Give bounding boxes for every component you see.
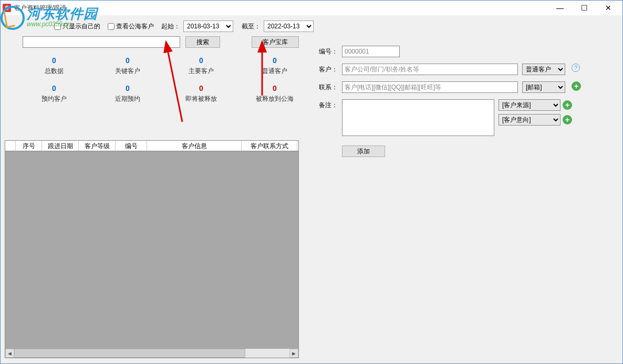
id-field (342, 46, 400, 57)
contact-type-select[interactable]: [邮箱] (522, 81, 565, 93)
remarks-field[interactable] (342, 99, 494, 136)
add-intent-icon[interactable]: + (563, 115, 572, 124)
add-button[interactable]: 添加 (342, 145, 385, 157)
stat-item[interactable]: 0普通客户 (241, 56, 309, 76)
view-public-input[interactable] (108, 23, 115, 30)
stat-number: 0 (20, 84, 88, 92)
remarks-label: 备注： (316, 99, 338, 110)
table-column-header[interactable]: 跟进日期 (42, 141, 79, 151)
horizontal-scrollbar[interactable]: ◀ ▶ (5, 349, 298, 358)
table-column-header[interactable]: 序号 (16, 141, 42, 151)
only-mine-input[interactable] (54, 23, 61, 30)
titlebar: S 客户资料管理/跟进 — ☐ ✕ (1, 1, 622, 15)
customer-table: 序号跟进日期客户等级编号客户信息客户联系方式 ◀ ▶ (5, 140, 299, 358)
start-date-label: 起始： (161, 22, 180, 31)
only-mine-checkbox[interactable]: 只显示自己的 (54, 22, 100, 31)
app-icon: S (3, 4, 11, 12)
stat-label: 普通客户 (241, 67, 309, 76)
scroll-track[interactable] (14, 349, 289, 358)
window-title: 客户资料管理/跟进 (14, 4, 548, 13)
start-date-select[interactable]: 2018-03-13 (183, 20, 233, 32)
table-column-header[interactable] (5, 141, 16, 151)
stat-number: 0 (167, 56, 235, 65)
filter-row: 只显示自己的 查看公海客户 起始： 2018-03-13 截至： 2022-03… (54, 20, 616, 32)
customer-form: 编号： 客户： 普通客户 ? 联系： [邮箱] + 备注： [客户来 (316, 46, 607, 163)
view-public-checkbox[interactable]: 查看公海客户 (108, 22, 154, 31)
close-button[interactable]: ✕ (596, 1, 620, 15)
maximize-button[interactable]: ☐ (572, 1, 596, 15)
add-contact-icon[interactable]: + (572, 81, 581, 91)
stat-label: 近期预约 (94, 95, 162, 103)
stat-label: 关键客户 (94, 67, 162, 76)
stat-item[interactable]: 0主要客户 (167, 56, 235, 76)
table-column-header[interactable]: 编号 (116, 141, 147, 151)
scroll-thumb[interactable] (14, 349, 245, 358)
stat-item[interactable]: 0关键客户 (94, 56, 162, 76)
source-select[interactable]: [客户来源] (499, 99, 560, 111)
stat-label: 预约客户 (20, 95, 88, 103)
stat-number: 0 (94, 84, 162, 92)
table-column-header[interactable]: 客户等级 (79, 141, 116, 151)
stat-label: 总数据 (20, 67, 88, 76)
search-button[interactable]: 搜索 (185, 36, 220, 48)
stats-panel: 0总数据0关键客户0主要客户0普通客户 0预约客户0近期预约0即将被释放0被释放… (17, 56, 312, 103)
treasure-button[interactable]: 客户宝库 (252, 36, 299, 48)
id-label: 编号： (316, 46, 338, 56)
stat-label: 主要客户 (167, 67, 235, 76)
stat-number: 0 (94, 56, 162, 65)
stat-item[interactable]: 0即将被释放 (167, 84, 235, 103)
stat-number: 0 (241, 84, 309, 92)
minimize-button[interactable]: — (548, 1, 572, 15)
add-source-icon[interactable]: + (563, 100, 572, 110)
app-window: S 客户资料管理/跟进 — ☐ ✕ 河东软件园 www.pc0359.cn 只显… (0, 0, 623, 364)
stat-number: 0 (241, 56, 309, 65)
intent-select[interactable]: [客户意向] (499, 114, 560, 126)
help-icon[interactable]: ? (572, 64, 580, 72)
scroll-right-icon[interactable]: ▶ (289, 349, 298, 358)
table-header: 序号跟进日期客户等级编号客户信息客户联系方式 (5, 141, 298, 151)
customer-field[interactable] (342, 64, 518, 75)
customer-label: 客户： (316, 64, 338, 74)
stat-number: 0 (167, 84, 235, 92)
content-area: 只显示自己的 查看公海客户 起始： 2018-03-13 截至： 2022-03… (1, 15, 622, 363)
table-body[interactable] (5, 151, 298, 349)
stat-number: 0 (20, 56, 88, 65)
contact-label: 联系： (316, 81, 338, 92)
stats-row-1: 0总数据0关键客户0主要客户0普通客户 (17, 56, 312, 76)
table-column-header[interactable]: 客户信息 (147, 141, 242, 151)
search-input[interactable] (23, 36, 180, 48)
stat-label: 即将被释放 (167, 95, 235, 103)
stat-label: 被释放到公海 (241, 95, 309, 103)
end-date-label: 截至： (242, 22, 261, 31)
stat-item[interactable]: 0预约客户 (20, 84, 88, 103)
stat-item[interactable]: 0近期预约 (94, 84, 162, 103)
stat-item[interactable]: 0总数据 (20, 56, 88, 76)
stat-item[interactable]: 0被释放到公海 (241, 84, 309, 103)
stats-row-2: 0预约客户0近期预约0即将被释放0被释放到公海 (17, 84, 312, 103)
contact-field[interactable] (342, 81, 518, 93)
scroll-left-icon[interactable]: ◀ (5, 349, 14, 358)
end-date-select[interactable]: 2022-03-13 (264, 20, 314, 32)
customer-type-select[interactable]: 普通客户 (522, 64, 565, 75)
window-controls: — ☐ ✕ (548, 1, 620, 15)
table-column-header[interactable]: 客户联系方式 (242, 141, 297, 151)
